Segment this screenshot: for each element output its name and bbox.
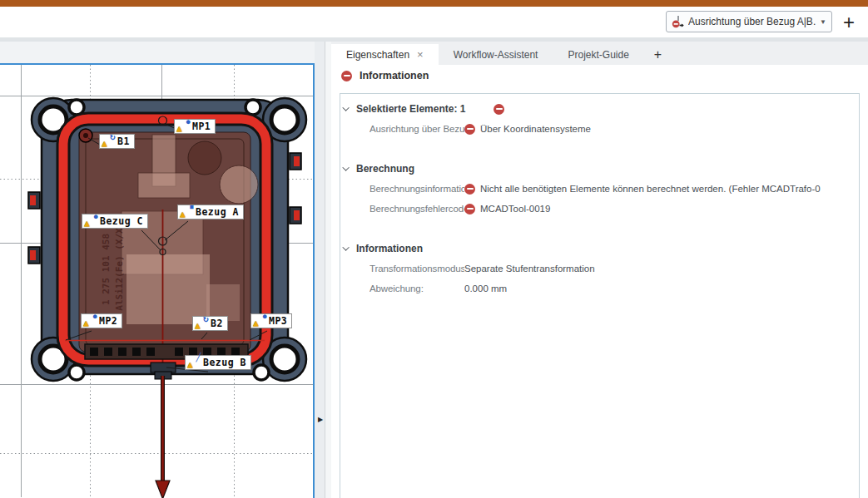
label-bezug-a[interactable]: ▲■ Bezug A xyxy=(177,205,244,219)
plus-icon: + xyxy=(843,11,855,34)
properties-content: Selektierte Elemente: 1 Ausrichtung über… xyxy=(340,93,860,498)
label-b2[interactable]: ▲↻ B2 xyxy=(192,316,228,331)
tab-projekt-guide[interactable]: Projekt-Guide xyxy=(553,44,643,65)
label-bezug-c[interactable]: ▲● Bezug C xyxy=(82,214,148,229)
no-entry-icon xyxy=(464,184,475,195)
no-entry-icon xyxy=(464,204,475,214)
chevron-down-icon xyxy=(342,104,349,111)
warning-point-icon: ▲● xyxy=(83,316,97,327)
chevron-down-icon xyxy=(342,244,349,250)
panel-header: Informationen xyxy=(341,70,429,81)
part-material-text: AlSi12(Fe) (X/X xyxy=(114,228,125,311)
property-row: Berechnungsinformation Nicht alle benöti… xyxy=(340,179,859,199)
properties-panel: Eigenschaften × Workflow-Assistent Proje… xyxy=(331,42,868,498)
warning-point-icon: ▲● xyxy=(176,121,190,132)
label-b1[interactable]: ▲↻ B1 xyxy=(99,134,135,149)
warning-rotation-icon: ▲↻ xyxy=(102,136,115,147)
warning-line-icon: ▲╱ xyxy=(187,357,201,368)
deviation-arrow xyxy=(156,376,170,498)
section-header[interactable]: Informationen xyxy=(340,239,859,259)
property-row: Abweichung: 0.000 mm xyxy=(340,279,859,298)
alignment-dropdown-label: Ausrichtung über Bezug A|B.. xyxy=(688,16,816,27)
toolbar: Ausrichtung über Bezug A|B.. ▼ + ▾ xyxy=(0,7,868,37)
cover-plate: 1 275 101 458 AlSi12(Fe) (X/X xyxy=(65,129,265,374)
chevron-down-icon: ▼ xyxy=(820,18,826,26)
no-entry-icon xyxy=(464,124,475,135)
splitter-expand-handle[interactable]: ▶ xyxy=(318,416,323,423)
add-alignment-button[interactable]: + xyxy=(837,9,861,36)
title-accent-bar xyxy=(0,0,868,7)
alignment-error-icon xyxy=(672,15,684,28)
no-entry-icon xyxy=(341,71,352,81)
section-header[interactable]: Selektierte Elemente: 1 xyxy=(340,99,859,119)
3d-viewport[interactable]: 1 275 101 458 AlSi12(Fe) (X/X xyxy=(0,63,315,498)
tab-eigenschaften[interactable]: Eigenschaften × xyxy=(331,44,439,65)
property-row: Ausrichtung über Bezu... Über Koordinate… xyxy=(340,119,859,139)
alignment-dropdown[interactable]: Ausrichtung über Bezug A|B.. ▼ xyxy=(666,11,832,32)
section-selektierte-elemente: Selektierte Elemente: 1 Ausrichtung über… xyxy=(340,99,859,139)
label-mp1[interactable]: ▲● MP1 xyxy=(174,119,216,134)
warning-point-icon: ▲● xyxy=(84,216,97,227)
panel-splitter: ▶ xyxy=(315,42,331,498)
part-number-text: 1 275 101 458 xyxy=(101,234,112,305)
close-icon[interactable]: × xyxy=(417,49,424,60)
tab-workflow-assistent[interactable]: Workflow-Assistent xyxy=(439,44,553,65)
warning-rotation-icon: ▲↻ xyxy=(195,318,208,329)
no-entry-icon xyxy=(494,104,504,115)
add-tab-button[interactable]: + xyxy=(644,44,672,65)
warning-point-icon: ▲● xyxy=(253,316,266,327)
application-window: Ausrichtung über Bezug A|B.. ▼ + ▾ xyxy=(0,0,868,498)
label-bezug-b[interactable]: ▲╱ Bezug B xyxy=(185,355,251,370)
section-informationen: Informationen Transformationsmodus: Sepa… xyxy=(340,239,859,298)
chevron-down-icon xyxy=(342,164,349,170)
section-berechnung: Berechnung Berechnungsinformation Nicht … xyxy=(340,159,859,219)
property-row: Transformationsmodus: Separate Stufentra… xyxy=(340,259,859,279)
section-header[interactable]: Berechnung xyxy=(340,159,859,179)
part-drawing: 1 275 101 458 AlSi12(Fe) (X/X xyxy=(0,65,313,498)
panel-tab-bar: Eigenschaften × Workflow-Assistent Proje… xyxy=(331,42,868,65)
panel-title: Informationen xyxy=(360,70,429,81)
property-row: Berechnungsfehlercode MCADTool-0019 xyxy=(340,199,859,219)
label-mp2[interactable]: ▲● MP2 xyxy=(81,313,122,328)
warning-plane-icon: ▲■ xyxy=(180,207,193,218)
label-mp3[interactable]: ▲● MP3 xyxy=(250,313,292,328)
viewport-top-strip xyxy=(0,42,315,63)
plus-icon: + xyxy=(654,47,662,62)
